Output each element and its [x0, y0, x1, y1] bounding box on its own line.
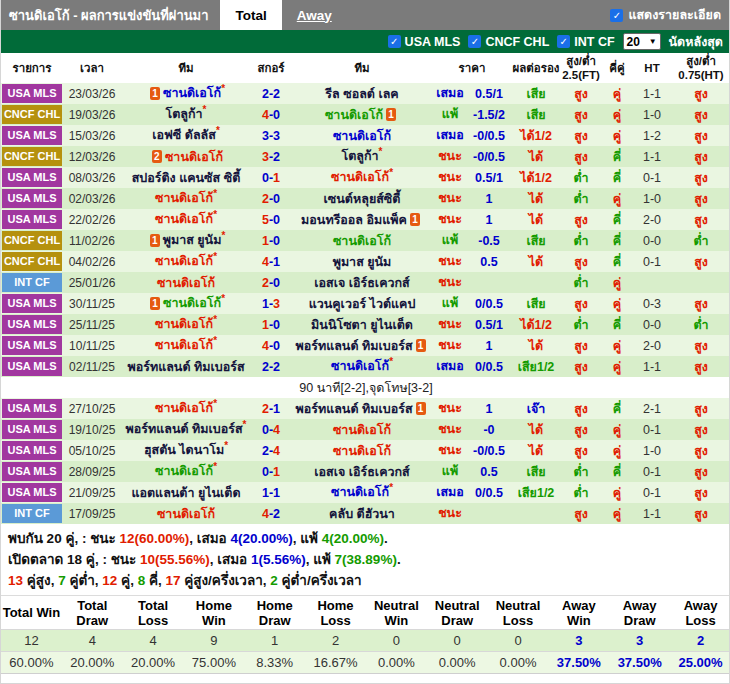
league-cell: INT CF — [1, 503, 63, 524]
home-team: 1ซานดิเอโก้* — [121, 83, 251, 104]
match-count-select[interactable]: 20 ▼ — [623, 33, 661, 50]
over-under-ft-cell: สูง — [561, 398, 601, 419]
team-name: ซานดิเอโก้ — [331, 486, 389, 500]
over-under-ht-cell: สูง — [671, 188, 730, 209]
odd-even-cell: คี่ — [601, 251, 633, 272]
league-filter-int-cf[interactable]: ✓ INT CF — [557, 35, 614, 49]
league-cell: USA MLS — [1, 335, 63, 356]
league-cell: INT CF — [1, 272, 63, 293]
league-filter-cncf-chl[interactable]: ✓ CNCF CHL — [468, 35, 549, 49]
column-header: เวลา — [63, 53, 121, 83]
team-name: ซานดิเอโก้ — [165, 150, 223, 164]
odd-even-cell: คี่ — [601, 167, 633, 188]
league-badge: USA MLS — [2, 441, 62, 460]
odds-cell: 0.5/1 — [467, 83, 511, 104]
handicap-result-cell: เสีย1/2 — [511, 356, 561, 377]
show-details-toggle[interactable]: ✓ แสดงรายละเอียด — [610, 0, 729, 30]
checkbox-checked-icon[interactable]: ✓ — [388, 35, 401, 48]
home-team: แอตแลนต้า ยูไนเต็ด — [121, 482, 251, 503]
league-badge: USA MLS — [2, 168, 62, 187]
odd-even-cell: คู่ — [601, 125, 633, 146]
score-part: 0 — [273, 108, 280, 122]
stats-percent-cell: 0.00% — [488, 652, 549, 674]
odd-even-cell: คี่ — [601, 461, 633, 482]
match-date: 05/10/25 — [63, 440, 121, 461]
league-filter-usa-mls[interactable]: ✓ USA MLS — [388, 35, 461, 49]
score-part: 2 — [262, 192, 269, 206]
stats-count-cell: 4 — [62, 630, 123, 652]
odds-cell: 0/0.5 — [467, 482, 511, 503]
match-row: USA MLS15/03/26เอฟซี ดัลลัส*3-3ซานดิเอโก… — [1, 125, 730, 146]
summary-segment: 12(60.00%) — [120, 531, 190, 546]
stats-percent-cell: 25.00% — [670, 652, 730, 674]
checkbox-checked-icon[interactable]: ✓ — [610, 9, 623, 22]
stats-count-cell: 0 — [366, 630, 427, 652]
handicap-result-cell: ได้ — [511, 188, 561, 209]
odd-even-cell: คี่ — [601, 314, 633, 335]
tab-total[interactable]: Total — [220, 0, 281, 30]
score-part: 1 — [262, 297, 269, 311]
checkbox-checked-icon[interactable]: ✓ — [557, 35, 570, 48]
odd-even-cell: คู่ — [601, 272, 633, 293]
summary-segment: 7 — [58, 573, 66, 588]
score-part: 3 — [273, 129, 280, 143]
match-row: INT CF17/09/25ซานดิเอโก้4-2คลับ ตีฮัวนาช… — [1, 503, 730, 524]
halftime-score-cell: 0-0 — [633, 314, 671, 335]
score-cell: 0-1 — [251, 461, 291, 482]
match-date: 19/03/26 — [63, 104, 121, 125]
odds-cell — [467, 503, 511, 524]
score-cell: 1-3 — [251, 293, 291, 314]
red-card-icon: 2 — [152, 150, 162, 163]
tab-away[interactable]: Away — [282, 0, 347, 30]
summary-segment: คู่สูง, — [23, 573, 58, 588]
panel-title: ซานดิเอโก้ - ผลการแข่งขันที่ผ่านมา — [1, 0, 220, 30]
team-name: เอฟซี ดัลลัส — [152, 129, 216, 143]
home-team: 2ซานดิเอโก้ — [121, 146, 251, 167]
odds-cell: -0/0.5 — [467, 125, 511, 146]
column-header: สูง/ต่ำ 0.75(HT) — [671, 53, 730, 83]
favorite-star-icon: * — [243, 419, 247, 430]
match-date: 04/02/26 — [63, 251, 121, 272]
over-under-ht-cell: สูง — [671, 125, 730, 146]
league-cell: CNCF CHL — [1, 146, 63, 167]
league-cell: USA MLS — [1, 461, 63, 482]
match-date: 11/02/26 — [63, 230, 121, 251]
team-name: ซานดิเอโก้ — [155, 255, 213, 269]
over-under-ft-cell: ต่ำ — [561, 167, 601, 188]
odds-cell: 1 — [467, 335, 511, 356]
summary-segment: , เสมอ — [210, 552, 251, 567]
league-cell: USA MLS — [1, 419, 63, 440]
favorite-star-icon: * — [213, 188, 217, 199]
score-part: 1 — [273, 465, 280, 479]
score-part: 1 — [273, 171, 280, 185]
score-cell: 2-2 — [251, 356, 291, 377]
handicap-result-cell — [511, 503, 561, 524]
score-part: 0 — [273, 213, 280, 227]
favorite-star-icon: * — [213, 209, 217, 220]
handicap-result-cell: เสีย1/2 — [511, 482, 561, 503]
checkbox-checked-icon[interactable]: ✓ — [468, 35, 481, 48]
red-card-icon: 1 — [150, 234, 160, 247]
odds-cell: 0.5/1 — [467, 314, 511, 335]
away-team: ซานดิเอโก้* — [291, 167, 433, 188]
handicap-result-cell: ได้ — [511, 440, 561, 461]
odd-even-cell: คี่ — [601, 398, 633, 419]
favorite-star-icon: * — [221, 293, 225, 304]
over-under-ft-cell: สูง — [561, 83, 601, 104]
away-team: รีล ซอลต์ เลค — [291, 83, 433, 104]
favorite-star-icon: * — [216, 125, 220, 136]
away-team: ซานดิเอโก้* — [291, 356, 433, 377]
league-cell: USA MLS — [1, 314, 63, 335]
score-part: 1 — [273, 486, 280, 500]
odd-even-cell: คู่ — [601, 188, 633, 209]
show-details-label: แสดงรายละเอียด — [628, 5, 721, 25]
away-team: ซานดิเอโก้ — [291, 230, 433, 251]
team-name: ซานดิเอโก้ — [155, 213, 213, 227]
summary-segment: , แพ้ — [293, 531, 322, 546]
stats-count-cell: 12 — [1, 630, 62, 652]
halftime-score-cell: 0-3 — [633, 293, 671, 314]
over-under-ht-cell: สูง — [671, 251, 730, 272]
summary-segment: 12 — [102, 573, 117, 588]
score-part: 4 — [262, 339, 269, 353]
league-cell: USA MLS — [1, 188, 63, 209]
